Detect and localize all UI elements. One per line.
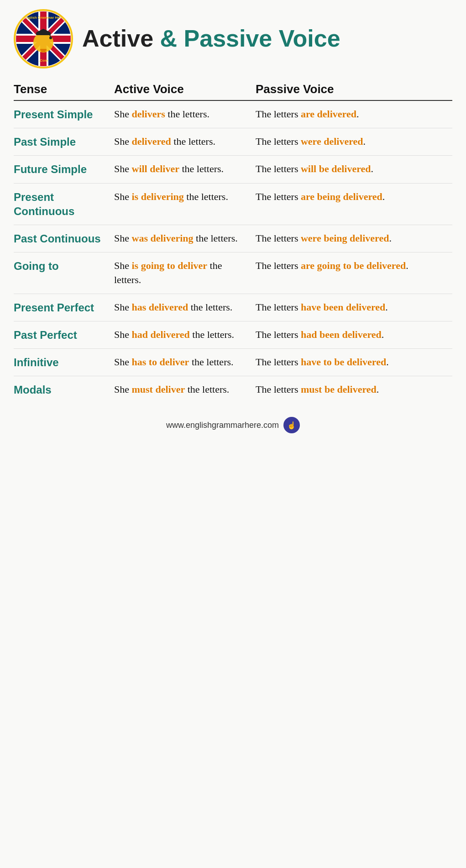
svg-text:.Com: .Com: [39, 58, 48, 63]
passive-infinitive: The letters have to be delivered.: [256, 355, 452, 369]
passive-present-continuous: The letters are being delivered.: [256, 190, 452, 218]
tense-past-perfect: Past Perfect: [14, 328, 114, 342]
active-present-simple: She delivers the letters.: [114, 107, 256, 121]
active-present-continuous: She is delivering the letters.: [114, 190, 256, 218]
passive-future-simple: The letters will be delivered.: [256, 162, 452, 176]
column-header-active: Active Voice: [114, 82, 256, 96]
cursor-icon: ☝: [283, 417, 300, 433]
tense-present-perfect: Present Perfect: [14, 300, 114, 315]
table-row: Modals She must deliver the letters. The…: [14, 376, 452, 403]
active-present-perfect: She has delivered the letters.: [114, 300, 256, 315]
column-header-tense: Tense: [14, 82, 114, 96]
table-row: Present Perfect She has delivered the le…: [14, 294, 452, 321]
table-row: Present Continuous She is delivering the…: [14, 184, 452, 225]
table-row: Future Simple She will deliver the lette…: [14, 156, 452, 183]
active-infinitive: She has to deliver the letters.: [114, 355, 256, 369]
active-modals: She must deliver the letters.: [114, 383, 256, 397]
page-header: English Grammar Here .Com Active & Passi…: [14, 9, 452, 68]
grammar-table: Tense Active Voice Passive Voice Present…: [14, 82, 452, 403]
page-title: Active & Passive Voice: [82, 26, 340, 52]
page-footer: www.englishgrammarhere.com ☝: [14, 417, 452, 433]
svg-rect-16: [41, 51, 46, 52]
passive-past-continuous: The letters were being delivered.: [256, 231, 452, 246]
tense-present-continuous: Present Continuous: [14, 190, 114, 218]
passive-present-perfect: The letters have been delivered.: [256, 300, 452, 315]
tense-past-simple: Past Simple: [14, 135, 114, 149]
column-header-passive: Passive Voice: [256, 82, 452, 96]
active-past-simple: She delivered the letters.: [114, 135, 256, 149]
table-row: Present Simple She delivers the letters.…: [14, 101, 452, 128]
passive-present-simple: The letters are delivered.: [256, 107, 452, 121]
table-row: Going to She is going to deliver the let…: [14, 253, 452, 294]
passive-going-to: The letters are going to be delivered.: [256, 259, 452, 287]
tense-present-simple: Present Simple: [14, 107, 114, 121]
table-row: Past Perfect She had delivered the lette…: [14, 321, 452, 349]
footer-url: www.englishgrammarhere.com: [166, 421, 279, 430]
tense-modals: Modals: [14, 383, 114, 397]
passive-past-perfect: The letters had been delivered.: [256, 328, 452, 342]
table-row: Infinitive She has to deliver the letter…: [14, 349, 452, 376]
logo: English Grammar Here .Com: [14, 9, 73, 68]
passive-modals: The letters must be delivered.: [256, 383, 452, 397]
table-header: Tense Active Voice Passive Voice: [14, 82, 452, 101]
svg-text:English Grammar Here: English Grammar Here: [24, 16, 63, 20]
active-past-perfect: She had delivered the letters.: [114, 328, 256, 342]
tense-infinitive: Infinitive: [14, 355, 114, 369]
active-going-to: She is going to deliver the letters.: [114, 259, 256, 287]
tense-past-continuous: Past Continuous: [14, 231, 114, 246]
svg-rect-15: [40, 49, 47, 51]
tense-future-simple: Future Simple: [14, 162, 114, 176]
active-past-continuous: She was delivering the letters.: [114, 231, 256, 246]
active-future-simple: She will deliver the letters.: [114, 162, 256, 176]
svg-point-14: [49, 37, 52, 39]
svg-rect-11: [36, 32, 51, 35]
table-row: Past Continuous She was delivering the l…: [14, 225, 452, 253]
tense-going-to: Going to: [14, 259, 114, 287]
passive-past-simple: The letters were delivered.: [256, 135, 452, 149]
table-row: Past Simple She delivered the letters. T…: [14, 128, 452, 156]
